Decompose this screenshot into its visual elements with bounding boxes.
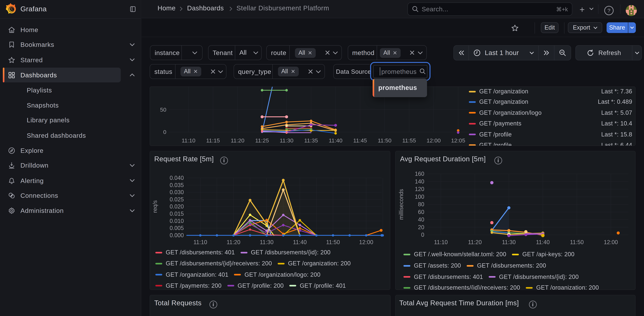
svg-text:11:30: 11:30	[502, 239, 516, 246]
svg-text:0.030: 0.030	[170, 189, 184, 196]
svg-text:0.005: 0.005	[170, 225, 184, 231]
svg-text:milliseconds: milliseconds	[398, 189, 404, 220]
svg-text:11:40: 11:40	[328, 137, 342, 144]
svg-text:11:10: 11:10	[182, 137, 195, 144]
svg-text:11:10: 11:10	[434, 239, 448, 246]
svg-text:140: 140	[415, 178, 424, 185]
svg-text:100: 100	[415, 194, 424, 200]
svg-text:11:20: 11:20	[226, 239, 240, 246]
svg-text:?: ?	[608, 8, 610, 14]
svg-text:0.035: 0.035	[170, 182, 184, 188]
svg-text:80: 80	[418, 201, 424, 208]
svg-text:11:10: 11:10	[193, 239, 207, 246]
svg-text:12:00: 12:00	[426, 137, 440, 144]
svg-text:12:00: 12:00	[604, 239, 618, 246]
svg-text:0.020: 0.020	[170, 203, 184, 210]
svg-text:11:20: 11:20	[468, 239, 482, 246]
svg-text:0.040: 0.040	[170, 175, 184, 181]
svg-text:11:15: 11:15	[206, 137, 220, 144]
svg-text:11:50: 11:50	[326, 239, 340, 246]
svg-text:0: 0	[163, 129, 166, 135]
svg-text:0.015: 0.015	[170, 210, 184, 217]
svg-text:50: 50	[160, 106, 166, 113]
svg-text:11:55: 11:55	[402, 137, 416, 144]
svg-text:0.025: 0.025	[170, 196, 184, 203]
svg-text:11:30: 11:30	[260, 239, 273, 246]
svg-text:60: 60	[418, 209, 424, 215]
svg-text:120: 120	[415, 186, 424, 192]
svg-text:11:25: 11:25	[255, 137, 269, 144]
svg-text:req/s: req/s	[152, 200, 158, 213]
svg-text:11:50: 11:50	[570, 239, 584, 246]
svg-text:11:30: 11:30	[280, 137, 293, 144]
svg-text:40: 40	[418, 216, 424, 223]
svg-text:11:35: 11:35	[304, 137, 318, 144]
svg-text:0.010: 0.010	[170, 218, 184, 224]
svg-text:0: 0	[421, 232, 424, 238]
svg-text:0.000: 0.000	[170, 232, 184, 238]
svg-text:12:05: 12:05	[451, 137, 465, 144]
svg-text:12:00: 12:00	[359, 239, 373, 246]
svg-text:11:40: 11:40	[536, 239, 550, 246]
svg-text:11:20: 11:20	[230, 137, 244, 144]
svg-text:11:50: 11:50	[378, 137, 391, 144]
svg-text:11:40: 11:40	[293, 239, 306, 246]
svg-text:160: 160	[415, 170, 424, 177]
svg-text:11:45: 11:45	[353, 137, 367, 144]
svg-text:20: 20	[418, 224, 424, 230]
